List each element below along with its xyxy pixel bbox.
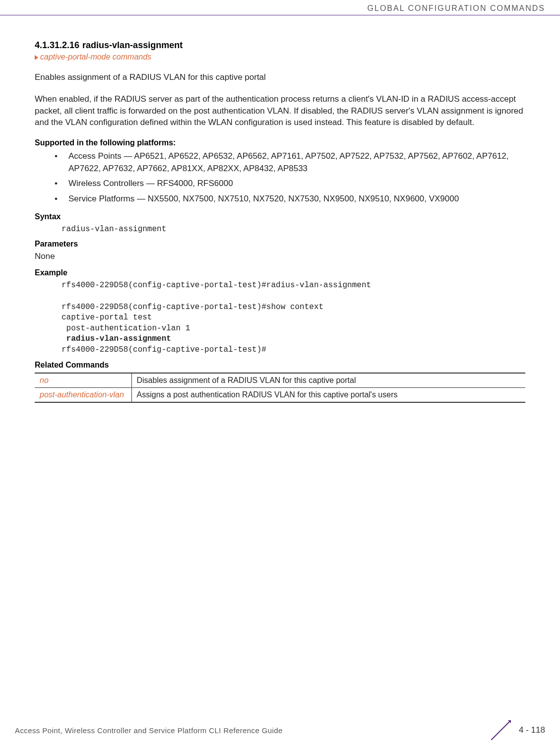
- related-cmd-desc: Disables assignment of a RADIUS VLAN for…: [131, 373, 525, 388]
- table-row: post-authentication-vlan Assigns a post …: [35, 387, 525, 402]
- breadcrumb-label: captive-portal-mode commands: [40, 53, 151, 61]
- related-heading: Related Commands: [35, 361, 525, 370]
- syntax-heading: Syntax: [35, 212, 525, 221]
- list-item: Service Platforms — NX5500, NX7500, NX75…: [55, 193, 525, 205]
- footer-doc-title: Access Point, Wireless Controller and Se…: [15, 726, 283, 735]
- related-cmd-link[interactable]: post-authentication-vlan: [35, 387, 131, 402]
- main-content: 4.1.31.2.16radius-vlan-assignment captiv…: [0, 15, 560, 403]
- code-line-bold: radius-vlan-assignment: [62, 334, 171, 343]
- related-cmd-desc: Assigns a post authentication RADIUS VLA…: [131, 387, 525, 402]
- code-line: rfs4000-229D58(config-captive-portal-tes…: [62, 303, 323, 312]
- description-paragraph: When enabled, if the RADIUS server as pa…: [35, 93, 525, 128]
- supported-heading: Supported in the following platforms:: [35, 138, 525, 147]
- section-name: radius-vlan-assignment: [82, 40, 183, 50]
- parameters-heading: Parameters: [35, 240, 525, 249]
- page-number: 4 - 118: [519, 725, 545, 735]
- code-line: captive-portal test: [62, 313, 152, 322]
- footer-right: 4 - 118: [491, 720, 545, 740]
- related-commands-table: no Disables assignment of a RADIUS VLAN …: [35, 373, 525, 403]
- parameters-value: None: [35, 251, 525, 261]
- code-line: rfs4000-229D58(config-captive-portal-tes…: [62, 281, 371, 290]
- page-header: GLOBAL CONFIGURATION COMMANDS: [0, 0, 560, 15]
- svg-line-0: [491, 720, 511, 740]
- platforms-list: Access Points — AP6521, AP6522, AP6532, …: [55, 150, 525, 205]
- table-row: no Disables assignment of a RADIUS VLAN …: [35, 373, 525, 388]
- syntax-code: radius-vlan-assignment: [62, 224, 525, 235]
- list-item: Wireless Controllers — RFS4000, RFS6000: [55, 178, 525, 190]
- intro-paragraph: Enables assignment of a RADIUS VLAN for …: [35, 71, 525, 83]
- list-item: Access Points — AP6521, AP6522, AP6532, …: [55, 150, 525, 175]
- arrow-right-icon: [35, 55, 38, 60]
- related-cmd-link[interactable]: no: [35, 373, 131, 388]
- section-number: 4.1.31.2.16: [35, 40, 79, 50]
- code-line: post-authentication-vlan 1: [62, 324, 190, 333]
- section-title: 4.1.31.2.16radius-vlan-assignment: [35, 40, 525, 51]
- breadcrumb[interactable]: captive-portal-mode commands: [35, 53, 525, 62]
- page-footer: Access Point, Wireless Controller and Se…: [15, 720, 545, 740]
- code-line: rfs4000-229D58(config-captive-portal-tes…: [62, 345, 266, 354]
- page-corner-icon: [491, 720, 511, 740]
- example-code: rfs4000-229D58(config-captive-portal-tes…: [62, 280, 525, 355]
- example-heading: Example: [35, 268, 525, 277]
